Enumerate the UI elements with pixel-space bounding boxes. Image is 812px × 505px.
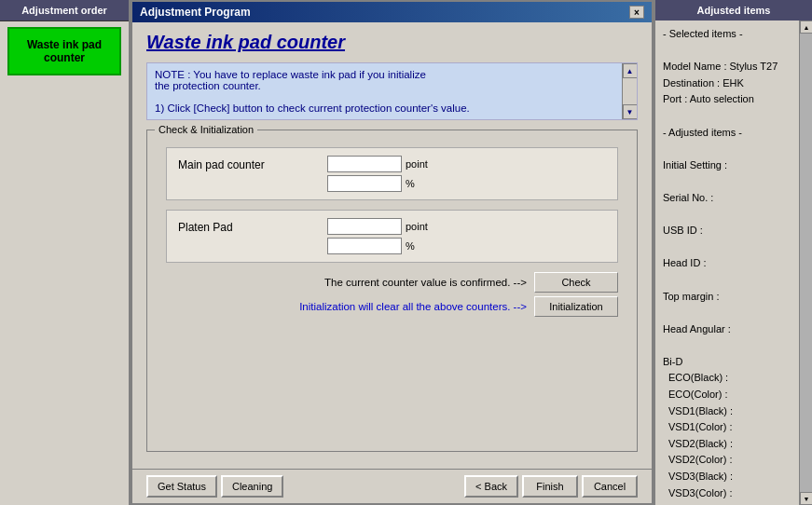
get-status-button[interactable]: Get Status: [146, 475, 217, 498]
eco-color: ECO(Color) :: [663, 387, 795, 403]
model-name: Model Name : Stylus T27: [663, 59, 795, 75]
note-box: NOTE : You have to replace waste ink pad…: [146, 62, 638, 120]
bid-label: Bi-D: [663, 354, 795, 371]
init-action-text: Initialization will clear all the above …: [166, 301, 534, 312]
main-pad-pct-input[interactable]: [327, 175, 402, 192]
left-sidebar: Adjustment order Waste ink pad counter: [0, 0, 131, 505]
top-margin: Top margin :: [663, 289, 795, 306]
main-pad-pct-unit: %: [406, 178, 415, 189]
vsd2-color: VSD2(Color) :: [663, 452, 795, 469]
usb-id: USB ID :: [663, 223, 795, 239]
dialog-titlebar: Adjustment Program ×: [132, 2, 652, 22]
dialog-content: Waste ink pad counter NOTE : You have to…: [132, 22, 652, 469]
destination: Destination : EHK: [663, 75, 795, 92]
check-initialization-group: Check & Initialization Main pad counter …: [146, 130, 638, 452]
main-dialog: Adjustment Program × Waste ink pad count…: [131, 0, 654, 505]
initialization-button[interactable]: Initialization: [534, 296, 618, 317]
platen-pad-inputs: point %: [327, 218, 428, 254]
main-pad-point-input[interactable]: [327, 156, 402, 172]
main-pad-counter-row: Main pad counter point %: [166, 147, 618, 200]
vsd3-black: VSD3(Black) :: [663, 469, 795, 485]
finish-button[interactable]: Finish: [522, 475, 578, 498]
platen-pad-point-input[interactable]: [327, 218, 402, 235]
main-pad-inputs: point %: [327, 156, 428, 192]
note-scroll-down[interactable]: ▼: [623, 104, 638, 119]
dialog-main-title: Waste ink pad counter: [146, 32, 638, 53]
sidebar-item-waste-pad[interactable]: Waste ink pad counter: [7, 27, 121, 75]
vsd3-color: VSD3(Color) :: [663, 485, 795, 502]
selected-items-label: - Selected items -: [663, 26, 795, 43]
serial-no: Serial No. :: [663, 190, 795, 207]
dialog-title-text: Adjustment Program: [140, 6, 251, 19]
platen-pad-point-row: point: [327, 218, 428, 235]
dialog-close-button[interactable]: ×: [629, 6, 644, 19]
adjustment-order-title: Adjustment order: [0, 0, 129, 21]
vsd1-color: VSD1(Color) :: [663, 419, 795, 436]
vsd1-black: VSD1(Black) :: [663, 403, 795, 420]
initial-setting: Initial Setting :: [663, 157, 795, 174]
check-button[interactable]: Check: [534, 272, 618, 293]
check-action-row: The current counter value is confirmed. …: [157, 272, 627, 293]
adjusted-items-label: - Adjusted items -: [663, 125, 795, 142]
init-action-row: Initialization will clear all the above …: [157, 296, 627, 317]
main-pad-point-row: point: [327, 156, 428, 172]
head-angular: Head Angular :: [663, 321, 795, 338]
back-button[interactable]: < Back: [464, 475, 518, 498]
check-action-text: The current counter value is confirmed. …: [166, 277, 534, 288]
eco-black: ECO(Black) :: [663, 370, 795, 387]
platen-pad-pct-unit: %: [406, 240, 415, 252]
vsd2-black: VSD2(Black) :: [663, 436, 795, 453]
right-sidebar-scroll-track: [800, 34, 812, 492]
right-sidebar-scrollbar: ▲ ▼: [799, 20, 812, 505]
right-sidebar-scroll-up[interactable]: ▲: [800, 20, 812, 34]
main-pad-pct-row: %: [327, 175, 428, 192]
cleaning-button[interactable]: Cleaning: [221, 475, 283, 498]
main-pad-point-unit: point: [406, 158, 428, 170]
right-sidebar-content: - Selected items - Model Name : Stylus T…: [655, 20, 812, 505]
platen-pad-pct-input[interactable]: [327, 238, 402, 254]
note-line3: 1) Click [Check] button to check current…: [155, 102, 612, 114]
platen-pad-label: Platen Pad: [178, 218, 327, 234]
platen-pad-point-unit: point: [406, 221, 428, 232]
group-label: Check & Initialization: [155, 124, 257, 135]
main-pad-label: Main pad counter: [178, 156, 327, 171]
right-sidebar-title: Adjusted items: [655, 0, 812, 20]
cancel-button[interactable]: Cancel: [582, 475, 638, 498]
port: Port : Auto selection: [663, 91, 795, 108]
note-scroll-up[interactable]: ▲: [623, 63, 638, 78]
dialog-footer: Get Status Cleaning < Back Finish Cancel: [132, 469, 652, 503]
platen-pad-counter-row: Platen Pad point %: [166, 210, 618, 263]
right-sidebar: Adjusted items - Selected items - Model …: [654, 0, 812, 505]
platen-pad-pct-row: %: [327, 238, 428, 254]
head-id: Head ID :: [663, 255, 795, 272]
note-scrollbar: ▲ ▼: [622, 63, 637, 119]
note-line2: the protection counter.: [155, 80, 612, 91]
right-sidebar-scroll-down[interactable]: ▼: [800, 492, 812, 505]
note-line1: NOTE : You have to replace waste ink pad…: [155, 69, 612, 80]
